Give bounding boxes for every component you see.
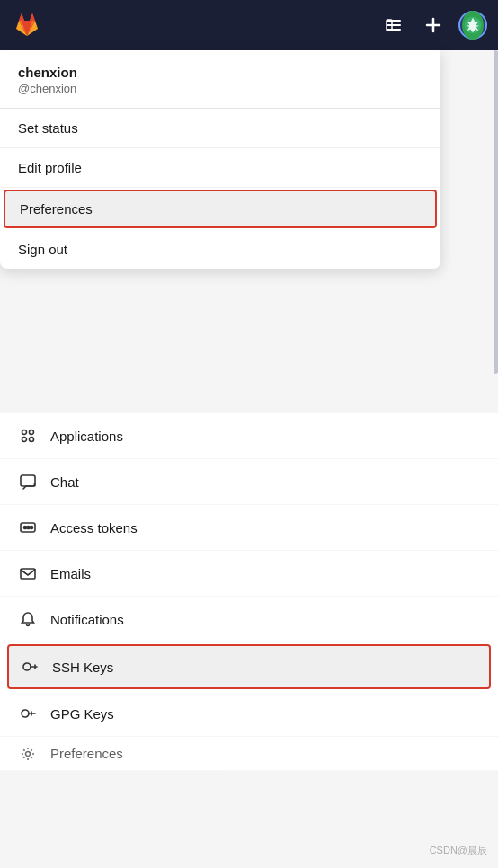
sidebar: Applications Chat Access tokens xyxy=(0,413,498,771)
sidebar-item-chat[interactable]: Chat xyxy=(0,459,498,505)
watermark: CSDN@晨辰 xyxy=(430,844,487,857)
svg-point-19 xyxy=(26,751,31,756)
sidebar-toggle-button[interactable] xyxy=(379,11,408,40)
scrollbar[interactable] xyxy=(494,50,498,374)
svg-rect-16 xyxy=(21,569,35,579)
sidebar-item-notifications[interactable]: Notifications xyxy=(0,597,498,642)
dropdown-sign-out[interactable]: Sign out xyxy=(0,230,440,269)
sidebar-item-applications[interactable]: Applications xyxy=(0,413,498,459)
dropdown-header: chenxion @chenxion xyxy=(0,50,440,109)
dropdown-username: chenxion xyxy=(18,65,422,80)
key-icon xyxy=(20,657,40,677)
dropdown-handle: @chenxion xyxy=(18,82,422,95)
svg-point-14 xyxy=(27,527,30,529)
token-icon xyxy=(18,518,38,537)
svg-point-9 xyxy=(22,438,27,442)
svg-rect-11 xyxy=(21,475,35,486)
svg-point-8 xyxy=(30,430,34,435)
dropdown-set-status[interactable]: Set status xyxy=(0,109,440,148)
sidebar-item-gpg-keys[interactable]: GPG Keys xyxy=(0,691,498,737)
pref-icon xyxy=(18,744,38,764)
svg-point-15 xyxy=(31,527,33,529)
user-dropdown-menu: chenxion @chenxion Set status Edit profi… xyxy=(0,50,440,269)
chat-icon xyxy=(18,472,38,492)
user-avatar-button[interactable] xyxy=(458,11,487,40)
dropdown-preferences[interactable]: Preferences xyxy=(4,190,437,228)
gpg-icon xyxy=(18,704,38,723)
avatar xyxy=(462,11,484,40)
new-item-button[interactable] xyxy=(419,11,448,40)
sidebar-item-preferences[interactable]: Preferences xyxy=(0,737,498,771)
email-icon xyxy=(18,563,38,583)
sidebar-item-access-tokens[interactable]: Access tokens xyxy=(0,505,498,551)
dropdown-edit-profile[interactable]: Edit profile xyxy=(0,148,440,188)
apps-icon xyxy=(18,426,38,446)
svg-point-13 xyxy=(24,527,27,529)
bell-icon xyxy=(18,609,38,629)
svg-point-7 xyxy=(22,430,27,435)
navbar xyxy=(0,0,498,50)
svg-point-17 xyxy=(23,663,31,670)
svg-point-18 xyxy=(22,710,29,717)
sidebar-item-emails[interactable]: Emails xyxy=(0,551,498,597)
gitlab-logo[interactable] xyxy=(11,9,43,41)
sidebar-item-ssh-keys[interactable]: SSH Keys xyxy=(7,644,491,689)
svg-rect-1 xyxy=(387,24,401,26)
svg-point-10 xyxy=(30,438,34,442)
